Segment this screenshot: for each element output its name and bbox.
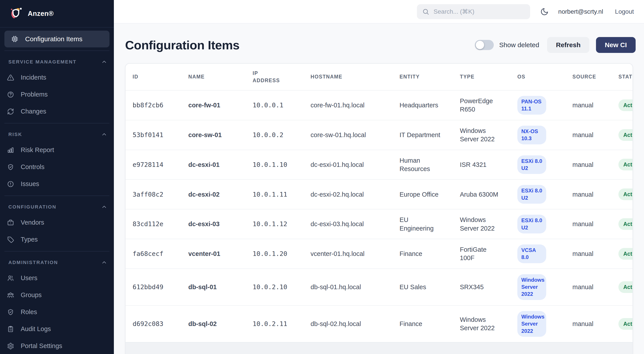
sidebar-item-portal-settings[interactable]: Portal Settings bbox=[0, 337, 114, 354]
sidebar-item-controls[interactable]: Controls bbox=[0, 158, 114, 175]
sidebar-item-label: Vendors bbox=[21, 219, 44, 226]
cell-hostname: core-sw-01.hq.local bbox=[310, 120, 399, 150]
cell-status: Active bbox=[618, 305, 633, 342]
os-badge: PAN-OS 11.1 bbox=[517, 96, 546, 115]
sidebar-item-label: Users bbox=[21, 274, 38, 282]
chevron-up-icon bbox=[101, 204, 107, 210]
cell-status: Active bbox=[618, 120, 633, 150]
cell-os: VCSA 8.0 bbox=[517, 239, 572, 269]
section-divider bbox=[4, 196, 110, 196]
cell-name: core-fw-01 bbox=[188, 90, 252, 120]
sidebar-item-label: Audit Logs bbox=[21, 325, 51, 333]
cell-entity: EU Sales bbox=[399, 269, 460, 305]
briefcase-icon bbox=[7, 219, 14, 226]
os-badge: ESXi 8.0 U2 bbox=[517, 185, 546, 204]
cell-id: 83cd112e bbox=[126, 209, 188, 239]
cell-name: core-sw-01 bbox=[188, 120, 252, 150]
sidebar-item-risk-report[interactable]: Risk Report bbox=[0, 142, 114, 158]
nav-section-header[interactable]: Configuration bbox=[8, 202, 107, 212]
shield-check-icon bbox=[7, 164, 14, 171]
moon-icon bbox=[540, 8, 549, 16]
logout-button[interactable]: Logout bbox=[614, 8, 635, 16]
sidebar-item-types[interactable]: Types bbox=[0, 231, 114, 248]
sidebar-item-label: Issues bbox=[21, 180, 39, 188]
sidebar-item-label: Portal Settings bbox=[21, 342, 62, 349]
nav-section-list: Users Groups Roles Audit Logs Portal Set… bbox=[0, 270, 114, 354]
sidebar-item-groups[interactable]: Groups bbox=[0, 286, 114, 303]
ci-table: IDNameIP AddressHostnameEntityTypeOSSour… bbox=[126, 64, 633, 342]
sidebar-item-incidents[interactable]: Incidents bbox=[0, 69, 114, 86]
chevron-up-icon bbox=[101, 59, 107, 65]
cell-name: db-sql-02 bbox=[188, 305, 252, 342]
ci-table-body: bb8f2cb6 core-fw-01 10.0.0.1 core-fw-01.… bbox=[126, 90, 633, 342]
sidebar-item-label: Controls bbox=[21, 163, 44, 171]
sidebar-item-configuration-items[interactable]: Configuration Items bbox=[4, 31, 110, 47]
sidebar-item-problems[interactable]: Problems bbox=[0, 86, 114, 103]
cell-entity: IT Department bbox=[399, 120, 460, 150]
global-search[interactable] bbox=[417, 4, 530, 19]
column-header-entity: Entity bbox=[399, 64, 460, 90]
ci-table-header-row: IDNameIP AddressHostnameEntityTypeOSSour… bbox=[126, 64, 633, 90]
cell-name: dc-esxi-01 bbox=[188, 150, 252, 180]
table-row: 83cd112e dc-esxi-03 10.0.1.12 dc-esxi-03… bbox=[126, 209, 633, 239]
section-divider bbox=[4, 251, 110, 251]
cell-type: Windows Server 2022 bbox=[460, 209, 517, 239]
sidebar-item-users[interactable]: Users bbox=[0, 270, 114, 286]
status-badge: Active bbox=[618, 129, 633, 141]
new-ci-button[interactable]: New CI bbox=[596, 37, 636, 53]
cell-ip-address: 10.0.2.11 bbox=[252, 305, 310, 342]
cell-os: ESXi 8.0 U2 bbox=[517, 209, 572, 239]
nav-section-list: Vendors Types bbox=[0, 214, 114, 248]
status-badge: Active bbox=[618, 218, 633, 230]
cell-ip-address: 10.0.1.11 bbox=[252, 179, 310, 209]
cell-hostname: dc-esxi-02.hq.local bbox=[310, 179, 399, 209]
sidebar-item-vendors[interactable]: Vendors bbox=[0, 214, 114, 231]
cell-type: SRX345 bbox=[460, 269, 517, 305]
ci-table-card: IDNameIP AddressHostnameEntityTypeOSSour… bbox=[125, 63, 633, 354]
table-footer bbox=[126, 342, 632, 354]
alert-triangle-icon bbox=[7, 74, 14, 81]
cell-os: NX-OS 10.3 bbox=[517, 120, 572, 150]
sidebar: Anzen® Configuration Items Service Manag… bbox=[0, 0, 114, 354]
refresh-icon bbox=[7, 108, 14, 115]
show-deleted-toggle[interactable] bbox=[475, 40, 494, 50]
column-header-ip: IP Address bbox=[252, 64, 310, 90]
sidebar-item-changes[interactable]: Changes bbox=[0, 103, 114, 120]
sidebar-item-issues[interactable]: Issues bbox=[0, 175, 114, 192]
nav-section-header[interactable]: Service Management bbox=[8, 57, 107, 67]
cell-entity: Finance bbox=[399, 239, 460, 269]
table-row: 3aff08c2 dc-esxi-02 10.0.1.11 dc-esxi-02… bbox=[126, 179, 633, 209]
sidebar-item-audit-logs[interactable]: Audit Logs bbox=[0, 320, 114, 337]
os-badge: Windows Server 2022 bbox=[517, 311, 546, 337]
cell-source: manual bbox=[572, 150, 618, 180]
search-input[interactable] bbox=[433, 8, 525, 16]
nav-section-header[interactable]: Administration bbox=[8, 258, 107, 267]
nav-section-header[interactable]: Risk bbox=[8, 130, 107, 139]
column-header-hostname: Hostname bbox=[310, 64, 399, 90]
cell-source: manual bbox=[572, 90, 618, 120]
cell-os: ESXi 8.0 U2 bbox=[517, 150, 572, 180]
os-badge: NX-OS 10.3 bbox=[517, 126, 546, 144]
cell-status: Active bbox=[618, 90, 633, 120]
column-header-source: Source bbox=[572, 64, 618, 90]
chevron-up-icon bbox=[101, 259, 107, 266]
cell-hostname: db-sql-01.hq.local bbox=[310, 269, 399, 305]
sidebar-item-label: Configuration Items bbox=[25, 35, 82, 43]
status-badge: Active bbox=[618, 159, 633, 170]
cell-ip-address: 10.0.2.10 bbox=[252, 269, 310, 305]
sidebar-item-roles[interactable]: Roles bbox=[0, 303, 114, 320]
column-header-os: OS bbox=[517, 64, 572, 90]
cell-status: Active bbox=[618, 209, 633, 239]
cell-type: Windows Server 2022 bbox=[460, 120, 517, 150]
gear-icon bbox=[7, 342, 14, 349]
sidebar-nav: Service Management Incidents Problems Ch… bbox=[0, 51, 114, 354]
cell-os: PAN-OS 11.1 bbox=[517, 90, 572, 120]
sidebar-item-label: Risk Report bbox=[21, 146, 54, 154]
dark-mode-toggle[interactable] bbox=[540, 8, 549, 16]
os-badge: ESXi 8.0 U2 bbox=[517, 215, 546, 233]
column-header-id: ID bbox=[126, 64, 188, 90]
sidebar-item-label: Groups bbox=[21, 291, 42, 299]
refresh-button[interactable]: Refresh bbox=[547, 37, 590, 53]
cell-id: bb8f2cb6 bbox=[126, 90, 188, 120]
search-icon bbox=[422, 8, 429, 15]
